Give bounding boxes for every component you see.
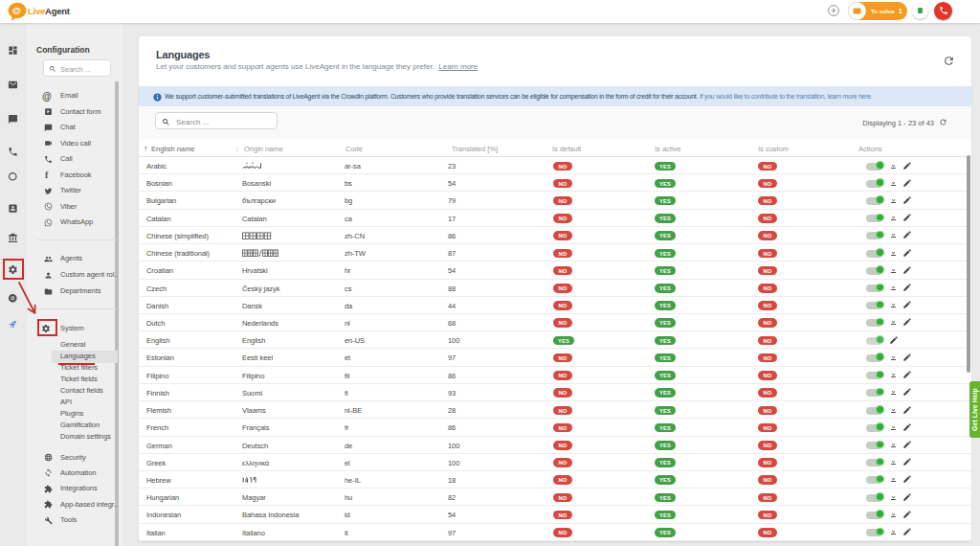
svg-text:@: @ bbox=[12, 5, 21, 15]
